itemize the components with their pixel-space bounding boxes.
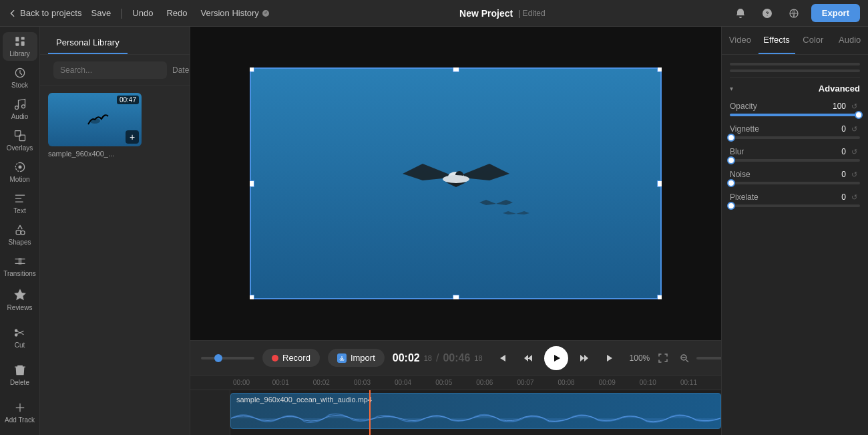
zoom-out-button[interactable] bbox=[676, 350, 692, 366]
fullscreen-button[interactable] bbox=[654, 349, 672, 368]
vignette-reset[interactable]: ↺ bbox=[849, 125, 860, 134]
noise-reset[interactable]: ↺ bbox=[849, 170, 860, 179]
svg-rect-2 bbox=[21, 37, 24, 40]
search-input[interactable] bbox=[53, 61, 167, 79]
video-preview bbox=[190, 27, 721, 340]
fast-forward-button[interactable] bbox=[574, 347, 595, 369]
time-display: 00:02 18 / 00:46 18 bbox=[393, 352, 483, 364]
skip-forward-button[interactable] bbox=[600, 347, 622, 369]
playhead bbox=[369, 390, 371, 435]
topbar: Back to projects Save | Undo Redo Versio… bbox=[0, 0, 868, 27]
sidebar-item-motion[interactable]: Motion bbox=[3, 158, 37, 186]
clip-waveform bbox=[231, 408, 720, 428]
edited-badge: | Edited bbox=[518, 9, 545, 18]
redo-button[interactable]: Redo bbox=[162, 5, 191, 21]
sidebar-item-shapes[interactable]: Shapes bbox=[3, 220, 37, 249]
svg-rect-1 bbox=[15, 37, 19, 42]
sidebar-item-cut[interactable]: Cut bbox=[3, 320, 37, 355]
current-time: 00:02 bbox=[393, 352, 420, 364]
tab-video[interactable]: Video bbox=[722, 27, 758, 54]
sidebar-bottom: Reviews Cut Delete Add Track bbox=[3, 283, 37, 430]
noise-thumb[interactable] bbox=[727, 179, 735, 187]
track-labels bbox=[190, 390, 230, 435]
zoom-track[interactable] bbox=[696, 357, 721, 359]
panel-content: ▾ Advanced Opacity 100 ↺ bbox=[722, 55, 868, 435]
sidebar-item-audio[interactable]: Audio bbox=[3, 95, 37, 124]
pixelate-track[interactable] bbox=[730, 204, 860, 207]
media-add-button[interactable]: + bbox=[126, 130, 139, 144]
vignette-thumb[interactable] bbox=[727, 134, 735, 142]
record-button[interactable]: Record bbox=[262, 349, 320, 367]
noise-slider-row: Noise 0 ↺ bbox=[730, 170, 860, 184]
svg-point-7 bbox=[21, 105, 25, 108]
opacity-fill bbox=[730, 114, 860, 116]
blur-track[interactable] bbox=[730, 159, 860, 162]
pixelate-thumb[interactable] bbox=[727, 202, 735, 210]
main-layout: Library Stock Audio Overlays Motion Text… bbox=[0, 27, 868, 435]
total-time: 00:46 bbox=[443, 352, 470, 364]
play-button[interactable] bbox=[544, 346, 568, 370]
opacity-thumb[interactable] bbox=[855, 111, 863, 119]
undo-button[interactable]: Undo bbox=[128, 5, 157, 21]
top-slider-1[interactable] bbox=[730, 63, 860, 65]
zoom-level: 100% bbox=[630, 353, 650, 363]
tab-personal-library[interactable]: Personal Library bbox=[48, 32, 128, 54]
tab-audio[interactable]: Audio bbox=[831, 27, 868, 54]
media-thumbnail[interactable]: 00:47 + bbox=[48, 93, 142, 146]
media-duration: 00:47 bbox=[117, 96, 139, 104]
blur-reset[interactable]: ↺ bbox=[849, 148, 860, 156]
help-button[interactable] bbox=[758, 4, 777, 23]
tab-color[interactable]: Color bbox=[795, 27, 832, 54]
svg-point-6 bbox=[15, 106, 18, 110]
pixelate-reset[interactable]: ↺ bbox=[849, 193, 860, 202]
right-panel: Video Effects Color Audio ▾ Advanced bbox=[721, 27, 868, 435]
language-button[interactable] bbox=[785, 4, 803, 23]
library-content: 00:47 + sample_960x400_... bbox=[40, 86, 190, 435]
video-container bbox=[250, 67, 662, 299]
notifications-button[interactable] bbox=[731, 4, 750, 23]
pixelate-label: Pixelate bbox=[730, 192, 758, 202]
library-tabs: Personal Library bbox=[40, 27, 190, 55]
tab-effects[interactable]: Effects bbox=[758, 27, 795, 54]
opacity-track[interactable] bbox=[730, 114, 860, 116]
playback-controls bbox=[491, 346, 622, 370]
sidebar-item-transitions[interactable]: Transitions bbox=[3, 251, 37, 280]
back-button[interactable]: Back to projects bbox=[8, 8, 82, 18]
skip-back-button[interactable] bbox=[491, 347, 512, 369]
scrub-track[interactable] bbox=[201, 357, 254, 359]
timeline: 00:00 00:01 00:02 00:03 00:04 00:05 00:0… bbox=[190, 375, 721, 435]
blur-thumb[interactable] bbox=[727, 156, 735, 164]
rewind-button[interactable] bbox=[517, 347, 539, 369]
version-history-button[interactable]: Version History bbox=[196, 5, 273, 21]
save-button[interactable]: Save bbox=[87, 5, 116, 21]
opacity-label: Opacity bbox=[730, 102, 757, 111]
vignette-value: 0 bbox=[841, 124, 846, 134]
import-button[interactable]: Import bbox=[328, 349, 385, 367]
project-title: New Project bbox=[459, 8, 513, 19]
sidebar-item-text[interactable]: Text bbox=[3, 188, 37, 217]
advanced-section-header[interactable]: ▾ Advanced bbox=[730, 84, 860, 94]
top-slider-2[interactable] bbox=[730, 69, 860, 72]
noise-track[interactable] bbox=[730, 182, 860, 184]
track-content[interactable]: sample_960x400_ocean_with_audio.mp4 bbox=[230, 390, 721, 435]
svg-point-20 bbox=[443, 175, 469, 183]
video-canvas bbox=[250, 67, 662, 299]
sidebar-item-overlays[interactable]: Overlays bbox=[3, 126, 37, 155]
sidebar-item-delete[interactable]: Delete bbox=[3, 357, 37, 392]
scrub-thumb[interactable] bbox=[214, 354, 222, 362]
sidebar-item-reviews[interactable]: Reviews bbox=[3, 283, 37, 317]
sidebar-item-stock[interactable]: Stock bbox=[3, 63, 37, 92]
panel-tabs: Video Effects Color Audio bbox=[722, 27, 868, 55]
sidebar-item-library[interactable]: Library bbox=[3, 32, 37, 61]
export-button[interactable]: Export bbox=[811, 4, 860, 22]
bird-scene bbox=[250, 67, 662, 299]
vignette-track[interactable] bbox=[730, 136, 860, 139]
sidebar-item-add-track[interactable]: Add Track bbox=[3, 395, 37, 430]
opacity-reset[interactable]: ↺ bbox=[849, 102, 860, 111]
pixelate-value: 0 bbox=[841, 192, 846, 202]
pixelate-slider-row: Pixelate 0 ↺ bbox=[730, 192, 860, 207]
library-search-bar: Date bbox=[40, 55, 190, 86]
topbar-left: Back to projects Save | Undo Redo Versio… bbox=[8, 5, 274, 21]
timeline-clip[interactable]: sample_960x400_ocean_with_audio.mp4 bbox=[230, 393, 721, 429]
timeline-ruler: 00:00 00:01 00:02 00:03 00:04 00:05 00:0… bbox=[230, 376, 721, 390]
